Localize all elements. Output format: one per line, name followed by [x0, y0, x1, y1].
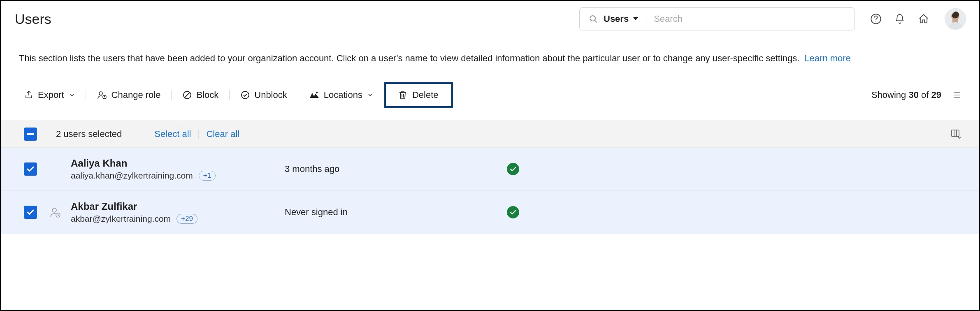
- svg-line-10: [185, 93, 190, 97]
- delete-button[interactable]: Delete: [384, 82, 453, 108]
- selection-bar: 2 users selected Select all Clear all: [1, 121, 979, 148]
- columns-settings-icon[interactable]: [950, 129, 961, 139]
- avatar[interactable]: [945, 8, 966, 30]
- table-row[interactable]: Aaliya Khanaaliya.khan@zylkertraining.co…: [1, 148, 979, 191]
- help-icon[interactable]: [870, 13, 882, 25]
- chevron-down-icon: [367, 92, 373, 98]
- svg-point-7: [99, 92, 102, 95]
- row-checkbox[interactable]: [24, 206, 37, 219]
- svg-rect-18: [27, 133, 34, 135]
- header: Users Users: [1, 1, 979, 39]
- showing-counter: Showing 30 of 29: [871, 90, 961, 100]
- block-icon: [182, 90, 192, 100]
- chevron-down-icon: [69, 92, 75, 98]
- change-role-button[interactable]: Change role: [97, 90, 161, 100]
- svg-point-0: [590, 16, 595, 21]
- user-email: aaliya.khan@zylkertraining.com: [71, 171, 193, 181]
- section-description: This section lists the users that have b…: [1, 39, 979, 65]
- svg-line-1: [595, 21, 597, 23]
- export-icon: [24, 90, 34, 100]
- role-icon: [47, 206, 63, 218]
- svg-rect-19: [952, 130, 959, 137]
- search-scope-label: Users: [604, 14, 629, 24]
- status-ok-icon: [507, 206, 519, 218]
- locations-icon: [309, 91, 320, 100]
- block-button[interactable]: Block: [182, 90, 218, 100]
- table-row[interactable]: Akbar Zulfikarakbar@zylkertraining.com+2…: [1, 191, 979, 234]
- search-scope-dropdown[interactable]: Users: [580, 13, 646, 25]
- svg-point-3: [875, 21, 876, 22]
- learn-more-link[interactable]: Learn more: [804, 53, 851, 63]
- locations-button[interactable]: Locations: [309, 90, 373, 100]
- select-all-checkbox[interactable]: [24, 128, 37, 141]
- search-box: Users: [579, 7, 855, 30]
- row-checkbox[interactable]: [24, 162, 37, 176]
- selection-summary: 2 users selected: [56, 129, 122, 139]
- unblock-icon: [240, 90, 250, 100]
- svg-point-11: [242, 91, 249, 99]
- last-activity: Never signed in: [285, 207, 507, 218]
- select-all-link[interactable]: Select all: [154, 129, 191, 139]
- status-ok-icon: [507, 163, 519, 175]
- svg-point-22: [52, 208, 56, 212]
- toolbar: Export Change role Block Unblock: [1, 65, 979, 121]
- section-description-text: This section lists the users that have b…: [19, 53, 799, 63]
- caret-down-icon: [633, 17, 639, 21]
- trash-icon: [398, 90, 407, 100]
- change-role-icon: [97, 90, 107, 100]
- extra-count-badge[interactable]: +1: [199, 171, 216, 181]
- user-email: akbar@zylkertraining.com: [71, 214, 171, 224]
- user-name[interactable]: Aaliya Khan: [71, 158, 285, 169]
- bell-icon[interactable]: [894, 13, 906, 25]
- user-rows: Aaliya Khanaaliya.khan@zylkertraining.co…: [1, 148, 979, 310]
- extra-count-badge[interactable]: +29: [176, 214, 197, 224]
- page-title: Users: [15, 11, 51, 27]
- svg-point-12: [316, 92, 318, 93]
- unblock-button[interactable]: Unblock: [240, 90, 287, 100]
- export-button[interactable]: Export: [24, 90, 75, 100]
- search-input[interactable]: [646, 14, 855, 24]
- user-name[interactable]: Akbar Zulfikar: [71, 201, 285, 212]
- density-icon[interactable]: [953, 91, 961, 99]
- home-icon[interactable]: [917, 13, 930, 25]
- clear-all-link[interactable]: Clear all: [206, 129, 239, 139]
- search-icon: [587, 13, 599, 25]
- last-activity: 3 months ago: [285, 164, 507, 174]
